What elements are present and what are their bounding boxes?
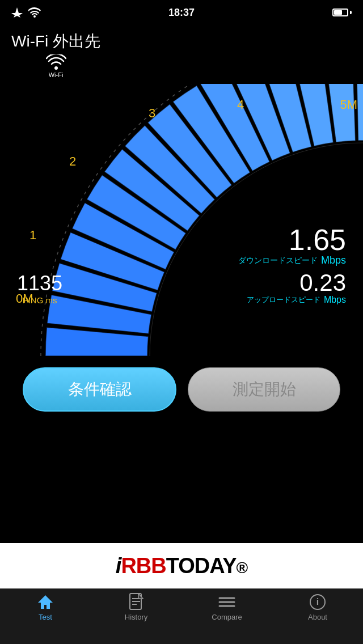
scale-1: 1 (29, 228, 36, 243)
tab-test[interactable]: Test (0, 594, 91, 621)
svg-marker-1 (38, 595, 53, 609)
gauge-canvas (0, 84, 363, 356)
upload-label-row: アップロードスピード Mbps (238, 295, 346, 305)
scale-4: 4 (237, 98, 244, 112)
logo-rbb: RBB (121, 554, 166, 578)
tab-about-label: About (308, 613, 327, 621)
logo-i: i (116, 554, 121, 578)
tab-compare-icon (218, 594, 235, 611)
action-buttons: 条件確認 測定開始 (11, 367, 352, 412)
download-block: 1.65 ダウンロードスピード Mbps (238, 225, 346, 266)
compare-icon (218, 595, 235, 609)
battery-body (332, 9, 348, 16)
network-header: Wi-Fi 外出先 Wi-Fi (11, 31, 352, 78)
network-title-block: Wi-Fi 外出先 Wi-Fi (11, 31, 100, 78)
tab-history[interactable]: History (91, 594, 182, 621)
ping-display: 1135 PING ms (17, 272, 62, 305)
battery-tip (350, 11, 352, 14)
download-label-row: ダウンロードスピード Mbps (238, 255, 346, 266)
tab-about[interactable]: i About (272, 594, 363, 621)
conditions-button[interactable]: 条件確認 (23, 367, 176, 412)
history-doc-icon (128, 593, 144, 611)
home-icon (37, 594, 54, 611)
upload-unit: Mbps (324, 295, 346, 305)
network-name: Wi-Fi 外出先 (11, 31, 100, 52)
scale-3: 3 (149, 106, 155, 121)
upload-speed-value: 0.23 (299, 269, 346, 296)
status-icons (11, 7, 41, 18)
battery-fill (334, 10, 342, 15)
tab-history-label: History (125, 613, 147, 621)
upload-label: アップロードスピード (247, 295, 320, 305)
logo-today: TODAY (166, 554, 237, 578)
download-unit: Mbps (321, 255, 346, 266)
tab-test-icon (37, 594, 54, 611)
wifi-network-icon (46, 54, 66, 70)
rbb-logo: iRBBTODAY® (116, 554, 247, 578)
ad-banner: iRBBTODAY® (0, 543, 363, 588)
svg-point-0 (54, 66, 58, 70)
start-button[interactable]: 測定開始 (188, 367, 340, 412)
wifi-text-label: Wi-Fi (49, 71, 64, 78)
download-label: ダウンロードスピード (238, 256, 318, 266)
tab-compare[interactable]: Compare (182, 594, 272, 621)
tab-about-icon: i (309, 594, 326, 611)
ping-value: 1135 (17, 272, 62, 295)
tab-history-icon (128, 594, 145, 611)
wifi-status-icon (28, 7, 41, 18)
main-content: Wi-Fi 外出先 Wi-Fi 0M 1 2 3 4 5M 1135 PING … (0, 25, 363, 490)
speedometer-container: 0M 1 2 3 4 5M 1135 PING ms 1.65 ダウンロードスピ… (0, 84, 363, 356)
scale-5m: 5M (340, 98, 357, 112)
upload-block: 0.23 アップロードスピード Mbps (238, 271, 346, 305)
status-time: 18:37 (168, 7, 195, 19)
status-bar: 18:37 (0, 0, 363, 25)
wifi-icon-block: Wi-Fi (11, 54, 100, 78)
tab-test-label: Test (39, 613, 52, 621)
tab-compare-label: Compare (212, 613, 242, 621)
svg-text:i: i (316, 597, 319, 607)
scale-2: 2 (69, 154, 76, 169)
download-speed-value: 1.65 (289, 223, 346, 256)
tab-bar: Test History Compare (0, 588, 363, 644)
ping-label: PING ms (17, 295, 62, 305)
about-icon: i (309, 594, 326, 611)
battery-indicator (332, 9, 352, 16)
airplane-icon (11, 7, 23, 18)
logo-reg: ® (237, 559, 248, 577)
speed-display: 1.65 ダウンロードスピード Mbps 0.23 アップロードスピード Mbp… (238, 225, 346, 305)
